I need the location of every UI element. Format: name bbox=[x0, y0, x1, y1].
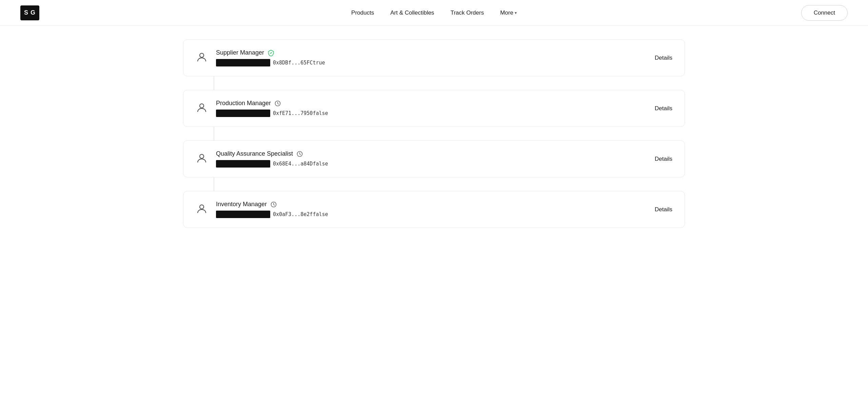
user-icon bbox=[196, 102, 209, 115]
logo[interactable]: S G bbox=[20, 5, 39, 20]
navbar: S G Products Art & Collectibles Track Or… bbox=[0, 0, 868, 26]
role-card-left: Supplier Manager 0x8DBf...65FCtrue bbox=[196, 49, 325, 66]
details-button-supplier[interactable]: Details bbox=[655, 55, 672, 61]
card-connector bbox=[214, 76, 214, 90]
role-card-left: Quality Assurance Specialist 0x68E4...a8… bbox=[196, 150, 328, 168]
details-button-qa[interactable]: Details bbox=[655, 156, 672, 162]
role-card-production-manager: Production Manager 0xfE71...7950false bbox=[183, 90, 685, 127]
card-connector bbox=[214, 127, 214, 140]
role-title: Inventory Manager bbox=[216, 201, 267, 208]
card-connector bbox=[214, 177, 214, 191]
verified-shield-icon bbox=[268, 50, 274, 56]
address-text: 0x8DBf...65FCtrue bbox=[273, 60, 325, 66]
nav-art-collectibles[interactable]: Art & Collectibles bbox=[390, 9, 434, 16]
navbar-left: S G bbox=[20, 5, 39, 20]
role-info: Quality Assurance Specialist 0x68E4...a8… bbox=[216, 150, 328, 168]
role-card-left: Production Manager 0xfE71...7950false bbox=[196, 100, 328, 117]
role-info: Inventory Manager 0x0aF3...8e2ffalse bbox=[216, 201, 328, 218]
role-card-qa-specialist: Quality Assurance Specialist 0x68E4...a8… bbox=[183, 140, 685, 177]
svg-point-1 bbox=[200, 104, 204, 108]
role-title: Production Manager bbox=[216, 100, 271, 107]
clock-icon bbox=[270, 201, 277, 208]
role-card-supplier-manager: Supplier Manager 0x8DBf...65FCtrue bbox=[183, 39, 685, 76]
address-redacted-bar bbox=[216, 110, 270, 117]
role-title: Supplier Manager bbox=[216, 49, 264, 56]
role-info: Production Manager 0xfE71...7950false bbox=[216, 100, 328, 117]
role-address-row: 0x68E4...a84Dfalse bbox=[216, 160, 328, 168]
details-button-inventory[interactable]: Details bbox=[655, 206, 672, 213]
address-text: 0x0aF3...8e2ffalse bbox=[273, 211, 328, 217]
nav-products[interactable]: Products bbox=[351, 9, 374, 16]
role-title-row: Inventory Manager bbox=[216, 201, 328, 208]
role-card-inventory-manager: Inventory Manager 0x0aF3...8e2ffalse bbox=[183, 191, 685, 228]
role-title: Quality Assurance Specialist bbox=[216, 150, 293, 157]
role-card-left: Inventory Manager 0x0aF3...8e2ffalse bbox=[196, 201, 328, 218]
svg-point-3 bbox=[200, 154, 204, 158]
main-content: Supplier Manager 0x8DBf...65FCtrue bbox=[163, 26, 705, 241]
role-address-row: 0xfE71...7950false bbox=[216, 110, 328, 117]
address-redacted-bar bbox=[216, 211, 270, 218]
address-text: 0xfE71...7950false bbox=[273, 110, 328, 116]
svg-point-0 bbox=[200, 53, 204, 57]
address-redacted-bar bbox=[216, 59, 270, 66]
logo-text: S G bbox=[24, 9, 36, 16]
nav-track-orders[interactable]: Track Orders bbox=[451, 9, 484, 16]
chevron-down-icon: ▾ bbox=[515, 11, 517, 15]
role-title-row: Quality Assurance Specialist bbox=[216, 150, 328, 157]
navbar-right: Connect bbox=[801, 5, 848, 21]
user-icon bbox=[196, 203, 209, 216]
role-address-row: 0x8DBf...65FCtrue bbox=[216, 59, 325, 66]
navbar-center: Products Art & Collectibles Track Orders… bbox=[351, 9, 517, 16]
user-icon bbox=[196, 152, 209, 166]
role-address-row: 0x0aF3...8e2ffalse bbox=[216, 211, 328, 218]
clock-icon bbox=[274, 100, 281, 107]
connect-button[interactable]: Connect bbox=[801, 5, 848, 21]
clock-icon bbox=[296, 151, 303, 157]
role-title-row: Supplier Manager bbox=[216, 49, 325, 56]
role-info: Supplier Manager 0x8DBf...65FCtrue bbox=[216, 49, 325, 66]
address-redacted-bar bbox=[216, 160, 270, 168]
details-button-production[interactable]: Details bbox=[655, 105, 672, 112]
svg-point-5 bbox=[200, 205, 204, 209]
nav-more[interactable]: More ▾ bbox=[500, 9, 517, 16]
address-text: 0x68E4...a84Dfalse bbox=[273, 161, 328, 167]
role-title-row: Production Manager bbox=[216, 100, 328, 107]
user-icon bbox=[196, 51, 209, 65]
